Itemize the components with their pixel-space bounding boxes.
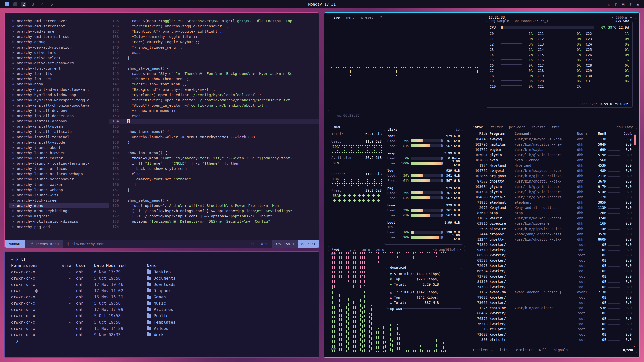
file-item[interactable]: ∗omarchy-install-terminal <box>9 134 109 140</box>
network-icon[interactable]: ▤ <box>622 2 624 7</box>
process-row[interactable]: 68586kworker/root0B0.0 <box>472 253 634 258</box>
file-item[interactable]: ∗omarchy-install-vscode <box>9 140 109 145</box>
process-row[interactable]: 94540kworker/root0B0.0 <box>472 247 634 253</box>
file-item[interactable]: ∗omarchy-pkg-add <box>9 224 109 230</box>
file-item[interactable]: ∗omarchy-launch-floating-terminal- <box>9 161 109 166</box>
file-item[interactable]: ∗omarchy-migrate <box>9 214 109 219</box>
process-row[interactable]: 1974HyprlandHyprlanddhh453M0.0 <box>472 163 634 168</box>
file-item[interactable]: ∗omarchy-install-steam <box>9 124 109 129</box>
process-row[interactable]: 73656kworker/root0B0.0 <box>472 300 634 305</box>
process-row[interactable]: 71835elephantelephantdhh385M0.0 <box>472 200 634 205</box>
file-item[interactable]: ∗omarchy-launch-or-focus <box>9 166 109 171</box>
file-item[interactable]: ∗omarchy-launch-or-focus-webapp <box>9 171 109 177</box>
net-option-auto[interactable]: auto <box>360 248 371 252</box>
file-item[interactable]: ∗omarchy-lock-screen <box>9 198 109 203</box>
net-option-zero[interactable]: zero <box>375 248 386 252</box>
process-row[interactable]: 2444dropbox/home/dhh/.dropbox-distdhh357… <box>472 232 634 237</box>
process-row[interactable]: 1275containe/usr/bin/containerdroot53M0.… <box>472 305 634 311</box>
file-item[interactable]: ∗omarchy-hook <box>9 82 109 87</box>
volume-icon[interactable]: ♪ <box>629 2 632 7</box>
process-row[interactable]: 68587kworker/root0B0.0 <box>472 258 634 263</box>
file-item[interactable]: ∗omarchy-cmd-terminal-cwd <box>9 34 109 39</box>
file-item[interactable]: ∗omarchy-cmd-screensaver <box>9 18 109 24</box>
file-item[interactable]: ∗omarchy-launch-about <box>9 145 109 150</box>
process-row[interactable]: 104784glycin-i/usr/lib/glycin-loadersdhh… <box>472 189 634 195</box>
process-row[interactable]: 104762swayosd-/usr/bin/swayosd-serverdhh… <box>472 168 634 173</box>
process-row[interactable]: 68584kworker/root0B0.0 <box>472 268 634 274</box>
process-row[interactable]: 102866org.gnom/usr/bin/gjs /usr/lib/odhh… <box>472 173 634 179</box>
file-item[interactable]: ∗omarchy-launch-webapp <box>9 187 109 193</box>
process-row[interactable]: 68402kworker/root0B0.0 <box>472 311 634 316</box>
cpu-preset-button[interactable]: preset <box>360 15 375 19</box>
file-item[interactable]: ∗omarchy-hyprland-window-pop <box>9 92 109 98</box>
process-row[interactable]: 76313kworker/root0B0.0 <box>472 321 634 327</box>
file-item[interactable]: ∗omarchy-font-current <box>9 66 109 71</box>
bluetooth-icon[interactable]: ᛒ <box>615 2 617 7</box>
file-item[interactable]: ∗omarchy-install-tailscale <box>9 129 109 134</box>
disks-title[interactable]: disks <box>386 128 399 131</box>
cpu-menu-button[interactable]: menu <box>345 15 356 19</box>
process-row[interactable]: 16rcu_preeroot0B0.0 <box>472 327 634 332</box>
process-row[interactable]: 104696glycin-i/usr/lib/glycin-loadersdhh… <box>472 195 634 200</box>
proc-footer-option[interactable]: signals <box>554 348 568 352</box>
process-row[interactable]: 72088kworker/root0B0.0 <box>472 332 634 337</box>
process-row[interactable]: 2586pipewire/usr/bin/pipewire-pulsedhh14… <box>472 226 634 232</box>
workspace-5[interactable]: 5 <box>49 2 54 7</box>
proc-option-filter[interactable]: filter <box>490 125 504 129</box>
io-toggle[interactable]: io <box>454 128 461 131</box>
process-row[interactable]: 104752waybar/usr/bin/waybardhh69M0.0 <box>472 147 634 152</box>
file-item[interactable]: ∗omarchy-dev-add-migration <box>9 45 109 50</box>
process-row[interactable]: 74869kworker/root0B0.0 <box>472 242 634 247</box>
file-item[interactable]: ∗omarchy-install-docker-dbs <box>9 113 109 119</box>
workspace-dot-icon[interactable] <box>13 2 17 6</box>
file-item[interactable]: ∗omarchy-launch-editor <box>9 156 109 161</box>
file-item[interactable]: ∗omarchy-font-set <box>9 76 109 82</box>
file-item[interactable]: ∗omarchy-notification-dismiss <box>9 219 109 224</box>
file-item[interactable]: ∗omarchy-debug <box>9 39 109 45</box>
scroll-down-icon[interactable]: ↓ <box>633 344 635 348</box>
proc-footer-option[interactable]: terminate <box>514 348 533 352</box>
process-row[interactable]: 1162avahi-daavahi-daemon: running [avahi… <box>472 290 634 295</box>
file-item[interactable]: ∗omarchy-menu-keybindings <box>9 208 109 214</box>
file-item[interactable]: ∗omarchy-cmd-screenshot <box>9 24 109 29</box>
workspace-4[interactable]: 4 <box>40 2 45 7</box>
proc-footer-option[interactable]: info <box>499 348 508 352</box>
process-row[interactable]: 2075XwaylandXwayland :1 -rootless -dhh11… <box>472 205 634 210</box>
process-row[interactable]: 103684glycin-i/usr/lib/glycin-loadersdhh… <box>472 184 634 189</box>
code-editor[interactable]: 135 case $(menu "Toggle" "▢ Screensaver\… <box>109 13 319 240</box>
file-item[interactable]: ∗omarchy-launch-screensaver <box>9 177 109 182</box>
proc-option-reverse[interactable]: reverse <box>530 125 547 129</box>
process-row[interactable]: 79032kworker/root0B0.0 <box>472 295 634 300</box>
file-item[interactable]: ∗omarchy-install-dev-env <box>9 108 109 113</box>
proc-option-tree[interactable]: tree <box>550 125 561 129</box>
process-row[interactable]: 72073kworker/root0B0.0 <box>472 263 634 268</box>
proc-scrollbar[interactable] <box>634 134 636 145</box>
workspace-app-icon[interactable] <box>5 2 9 6</box>
process-row[interactable]: 87573ghostty/usr/bin/ghostty --gtk-dhh36… <box>472 179 634 184</box>
process-row[interactable]: 73703kworker/root0B0.0 <box>472 274 634 279</box>
file-list[interactable]: ∗omarchy-cmd-screensaver∗omarchy-cmd-scr… <box>5 13 109 240</box>
terminal-window[interactable]: ~ ❯ lsPermissionsSizeUserDate ModifiedNa… <box>4 251 319 358</box>
process-row[interactable]: 63816pipewire/usr/bin/pipewiredhh16M0.0 <box>472 221 634 226</box>
process-row[interactable]: 102638nvimnvim --embed .dhh56M0.0 <box>472 158 634 163</box>
process-row[interactable]: 76575kworker/root0B0.0 <box>472 316 634 321</box>
process-row[interactable]: 87649btopbtopdhh26M0.0 <box>472 210 634 216</box>
proc-footer-option[interactable]: ↑ select ↓ <box>472 348 493 352</box>
power-icon[interactable]: ◉ <box>637 2 639 7</box>
scroll-up-icon[interactable]: ↑ <box>633 128 635 132</box>
file-item[interactable]: ∗omarchy-hyprland-workspace-toggle <box>9 98 109 103</box>
proc-sort-mode[interactable]: cpu lazy <box>615 125 634 129</box>
process-row[interactable]: 104743swaybg/usr/bin/swaybg -i /homdhh13… <box>472 137 634 142</box>
net-option-sync[interactable]: sync <box>346 248 357 252</box>
file-item[interactable]: ∗omarchy-menu <box>9 203 109 208</box>
file-item[interactable]: ∗omarchy-install-dropbox <box>9 119 109 124</box>
proc-option-per-core[interactable]: per-core <box>508 125 527 129</box>
net-interface[interactable]: ‹b enp191s0 n› <box>431 248 463 252</box>
workspace-3[interactable]: 3 <box>30 2 36 7</box>
file-item[interactable]: ∗omarchy-drive-info <box>9 50 109 55</box>
file-item[interactable]: ∗omarchy-launch-wifi <box>9 193 109 198</box>
process-row[interactable]: 803btrfs-trroot0B0.0 <box>472 337 634 342</box>
file-item[interactable]: ∗omarchy-hyprland-window-close-all <box>9 87 109 92</box>
proc-footer-option[interactable]: Kill <box>539 348 547 352</box>
cpu-preset-star[interactable]: * <box>379 15 383 19</box>
